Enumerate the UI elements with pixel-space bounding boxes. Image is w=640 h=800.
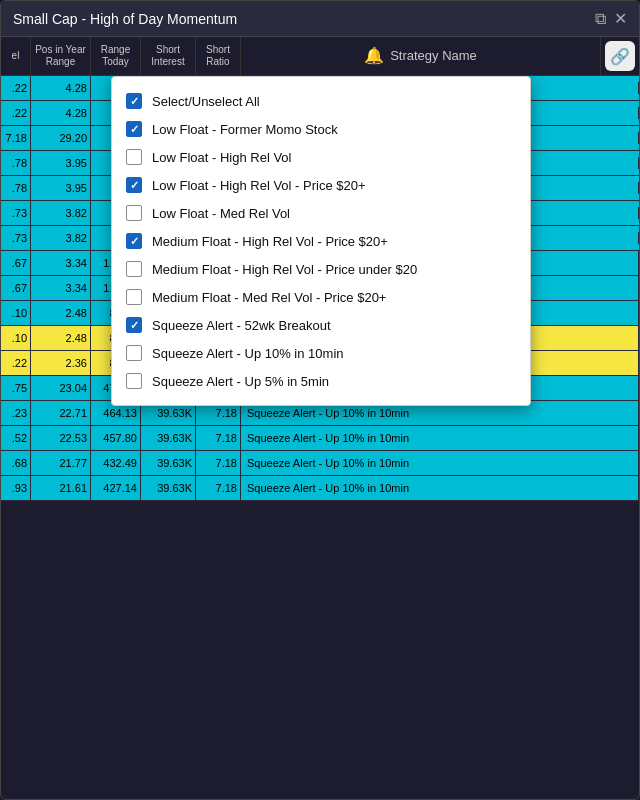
- checkbox[interactable]: [126, 121, 142, 137]
- dropdown-item[interactable]: Low Float - High Rel Vol - Price $20+: [112, 171, 530, 199]
- cell-pos: 2.36: [31, 351, 91, 375]
- cell-col1: .52: [1, 426, 31, 450]
- dropdown-item[interactable]: Low Float - Former Momo Stock: [112, 115, 530, 143]
- cell-col1: .75: [1, 376, 31, 400]
- cell-pos: 29.20: [31, 126, 91, 150]
- dropdown-item-label: Squeeze Alert - Up 10% in 10min: [152, 346, 344, 361]
- col-strategy-name[interactable]: 🔔 Strategy Name: [241, 37, 601, 75]
- cell-pos: 3.82: [31, 226, 91, 250]
- col-range-today: Range Today: [91, 37, 141, 75]
- expand-button[interactable]: ⧉: [595, 9, 606, 28]
- title-bar: Small Cap - High of Day Momentum ⧉ ✕: [1, 1, 639, 37]
- checkbox[interactable]: [126, 177, 142, 193]
- cell-short-int: 39.63K: [141, 476, 196, 500]
- cell-col1: .23: [1, 401, 31, 425]
- dropdown-item[interactable]: Squeeze Alert - 52wk Breakout: [112, 311, 530, 339]
- dropdown-item-label: Squeeze Alert - 52wk Breakout: [152, 318, 331, 333]
- cell-pos: 23.04: [31, 376, 91, 400]
- title-buttons: ⧉ ✕: [595, 9, 627, 28]
- close-button[interactable]: ✕: [614, 9, 627, 28]
- cell-col1: .22: [1, 351, 31, 375]
- cell-pos: 22.71: [31, 401, 91, 425]
- cell-strategy: Squeeze Alert - Up 10% in 10min: [241, 476, 639, 500]
- cell-short-ratio: 7.18: [196, 451, 241, 475]
- column-headers: el Pos in Year Range Range Today Short I…: [1, 37, 639, 76]
- dropdown-item-label: Low Float - Med Rel Vol: [152, 206, 290, 221]
- dropdown-item-label: Medium Float - High Rel Vol - Price unde…: [152, 262, 417, 277]
- link-button[interactable]: 🔗: [605, 41, 635, 71]
- dropdown-item-label: Squeeze Alert - Up 5% in 5min: [152, 374, 329, 389]
- cell-range: 427.14: [91, 476, 141, 500]
- cell-pos: 3.82: [31, 201, 91, 225]
- cell-pos: 2.48: [31, 301, 91, 325]
- cell-col1: 7.18: [1, 126, 31, 150]
- cell-pos: 3.34: [31, 251, 91, 275]
- checkbox[interactable]: [126, 93, 142, 109]
- table-row: .52 22.53 457.80 39.63K 7.18 Squeeze Ale…: [1, 426, 639, 451]
- cell-pos: 2.48: [31, 326, 91, 350]
- dropdown-item[interactable]: Medium Float - High Rel Vol - Price unde…: [112, 255, 530, 283]
- dropdown-item[interactable]: Low Float - High Rel Vol: [112, 143, 530, 171]
- window-title: Small Cap - High of Day Momentum: [13, 11, 237, 27]
- cell-col1: .10: [1, 326, 31, 350]
- dropdown-item-label: Low Float - High Rel Vol - Price $20+: [152, 178, 366, 193]
- cell-short-ratio: 7.18: [196, 426, 241, 450]
- dropdown-item[interactable]: Squeeze Alert - Up 5% in 5min: [112, 367, 530, 395]
- cell-pos: 4.28: [31, 76, 91, 100]
- cell-col1: .73: [1, 201, 31, 225]
- cell-col1: .67: [1, 251, 31, 275]
- cell-pos: 4.28: [31, 101, 91, 125]
- cell-col1: .68: [1, 451, 31, 475]
- dropdown-item-label: Medium Float - High Rel Vol - Price $20+: [152, 234, 388, 249]
- cell-strategy: Squeeze Alert - Up 10% in 10min: [241, 426, 639, 450]
- cell-short-ratio: 7.18: [196, 476, 241, 500]
- col-pos-year-range: Pos in Year Range: [31, 37, 91, 75]
- checkbox[interactable]: [126, 261, 142, 277]
- checkbox[interactable]: [126, 233, 142, 249]
- dropdown-item[interactable]: Select/Unselect All: [112, 87, 530, 115]
- cell-pos: 22.53: [31, 426, 91, 450]
- cell-short-int: 39.63K: [141, 426, 196, 450]
- cell-range: 432.49: [91, 451, 141, 475]
- col-short-ratio: Short Ratio: [196, 37, 241, 75]
- cell-col1: .10: [1, 301, 31, 325]
- cell-short-int: 39.63K: [141, 451, 196, 475]
- strategy-name-label: Strategy Name: [390, 48, 477, 64]
- dropdown-item-label: Select/Unselect All: [152, 94, 260, 109]
- checkbox[interactable]: [126, 345, 142, 361]
- cell-col1: .78: [1, 151, 31, 175]
- checkbox[interactable]: [126, 373, 142, 389]
- cell-pos: 3.95: [31, 151, 91, 175]
- cell-pos: 3.34: [31, 276, 91, 300]
- dropdown-item[interactable]: Medium Float - Med Rel Vol - Price $20+: [112, 283, 530, 311]
- table-row: .68 21.77 432.49 39.63K 7.18 Squeeze Ale…: [1, 451, 639, 476]
- cell-pos: 21.61: [31, 476, 91, 500]
- cell-strategy: Squeeze Alert - Up 10% in 10min: [241, 451, 639, 475]
- cell-col1: .78: [1, 176, 31, 200]
- col-short-interest: Short Interest: [141, 37, 196, 75]
- cell-col1: .73: [1, 226, 31, 250]
- dropdown-item-label: Low Float - Former Momo Stock: [152, 122, 338, 137]
- cell-col1: .67: [1, 276, 31, 300]
- cell-pos: 3.95: [31, 176, 91, 200]
- strategy-dropdown[interactable]: Select/Unselect All Low Float - Former M…: [111, 76, 531, 406]
- col-el: el: [1, 37, 31, 75]
- cell-range: 457.80: [91, 426, 141, 450]
- dropdown-item-label: Medium Float - Med Rel Vol - Price $20+: [152, 290, 386, 305]
- dropdown-item[interactable]: Low Float - Med Rel Vol: [112, 199, 530, 227]
- cell-col1: .22: [1, 76, 31, 100]
- dropdown-item[interactable]: Squeeze Alert - Up 10% in 10min: [112, 339, 530, 367]
- checkbox[interactable]: [126, 149, 142, 165]
- table-row: .93 21.61 427.14 39.63K 7.18 Squeeze Ale…: [1, 476, 639, 501]
- checkbox[interactable]: [126, 289, 142, 305]
- dropdown-item-label: Low Float - High Rel Vol: [152, 150, 291, 165]
- cell-col1: .22: [1, 101, 31, 125]
- main-window: Small Cap - High of Day Momentum ⧉ ✕ el …: [0, 0, 640, 800]
- cell-pos: 21.77: [31, 451, 91, 475]
- checkbox[interactable]: [126, 317, 142, 333]
- bell-icon: 🔔: [364, 46, 384, 65]
- checkbox[interactable]: [126, 205, 142, 221]
- dropdown-item[interactable]: Medium Float - High Rel Vol - Price $20+: [112, 227, 530, 255]
- cell-col1: .93: [1, 476, 31, 500]
- table-container: .22 4.28 148 .22 4.28 148 7.18 29.20 10 …: [1, 76, 639, 799]
